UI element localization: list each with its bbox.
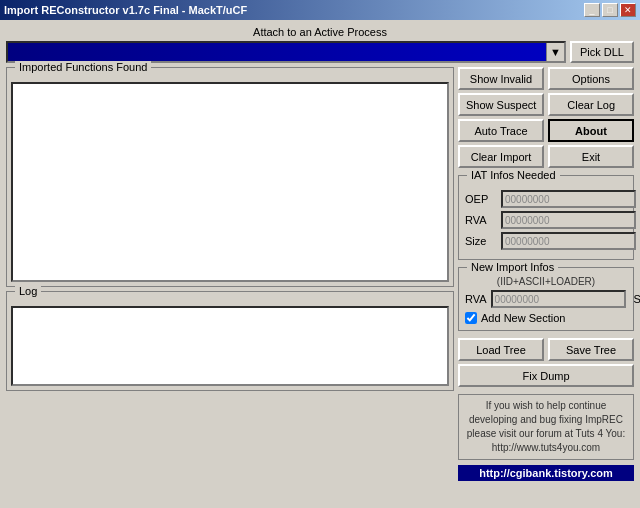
new-import-rva-row: RVA Size [465, 290, 627, 308]
show-invalid-button[interactable]: Show Invalid [458, 67, 544, 90]
info-url: http://www.tuts4you.com [492, 442, 600, 453]
load-tree-button[interactable]: Load Tree [458, 338, 544, 361]
imported-functions-group: Imported Functions Found [6, 67, 454, 287]
new-import-size-label: Size [634, 293, 640, 305]
title-bar-buttons: _ □ ✕ [584, 3, 636, 17]
fix-dump-button[interactable]: Fix Dump [458, 364, 634, 387]
attach-row: ▼ Pick DLL [6, 41, 634, 63]
process-combo[interactable]: ▼ [6, 41, 566, 63]
iat-content: OEP RVA Size AutoSearch [465, 190, 627, 253]
main-window: Attach to an Active Process ▼ Pick DLL I… [0, 20, 640, 487]
add-new-section-row: Add New Section [465, 312, 627, 324]
oep-label: OEP [465, 193, 497, 205]
info-text: If you wish to help continue developing … [467, 400, 625, 439]
close-button[interactable]: ✕ [620, 3, 636, 17]
minimize-button[interactable]: _ [584, 3, 600, 17]
new-import-rva-label: RVA [465, 293, 487, 305]
new-import-rva-input[interactable] [491, 290, 626, 308]
left-panel: Imported Functions Found Log [6, 67, 454, 481]
content-area: Imported Functions Found Log Show Invali… [6, 67, 634, 481]
button-row-3: Auto Trace About [458, 119, 634, 142]
iat-fields: OEP RVA Size [465, 190, 636, 253]
save-tree-button[interactable]: Save Tree [548, 338, 634, 361]
bottom-buttons: Load Tree Save Tree Fix Dump [458, 338, 634, 387]
size-label: Size [465, 235, 497, 247]
size-input[interactable] [501, 232, 636, 250]
iat-group: IAT Infos Needed OEP RVA Size [458, 175, 634, 260]
right-panel: Show Invalid Options Show Suspect Clear … [458, 67, 634, 481]
iat-label: IAT Infos Needed [467, 169, 560, 181]
log-group: Log [6, 291, 454, 391]
add-new-section-label: Add New Section [481, 312, 565, 324]
size-row: Size [465, 232, 636, 250]
oep-row: OEP [465, 190, 636, 208]
new-import-label: New Import Infos [467, 261, 558, 273]
rva-row: RVA [465, 211, 636, 229]
clear-import-button[interactable]: Clear Import [458, 145, 544, 168]
tree-buttons-row: Load Tree Save Tree [458, 338, 634, 361]
attach-label: Attach to an Active Process [253, 26, 387, 38]
auto-trace-button[interactable]: Auto Trace [458, 119, 544, 142]
title-bar: Import REConstructor v1.7c Final - MackT… [0, 0, 640, 20]
button-row-4: Clear Import Exit [458, 145, 634, 168]
imported-functions-label: Imported Functions Found [15, 61, 151, 73]
button-row-1: Show Invalid Options [458, 67, 634, 90]
log-label: Log [15, 285, 41, 297]
oep-input[interactable] [501, 190, 636, 208]
about-button[interactable]: About [548, 119, 634, 142]
rva-input[interactable] [501, 211, 636, 229]
new-import-sublabel: (IID+ASCII+LOADER) [459, 276, 633, 287]
log-list[interactable] [11, 306, 449, 386]
combo-fill [8, 43, 546, 61]
title-bar-text: Import REConstructor v1.7c Final - MackT… [4, 4, 247, 16]
pick-dll-button[interactable]: Pick DLL [570, 41, 634, 63]
rva-label: RVA [465, 214, 497, 226]
combo-dropdown-arrow[interactable]: ▼ [546, 43, 564, 61]
attach-section: Attach to an Active Process ▼ Pick DLL [6, 26, 634, 63]
imported-functions-list[interactable] [11, 82, 449, 282]
info-box: If you wish to help continue developing … [458, 394, 634, 460]
exit-button[interactable]: Exit [548, 145, 634, 168]
button-row-2: Show Suspect Clear Log [458, 93, 634, 116]
options-button[interactable]: Options [548, 67, 634, 90]
show-suspect-button[interactable]: Show Suspect [458, 93, 544, 116]
maximize-button[interactable]: □ [602, 3, 618, 17]
footer-url: http://cgibank.tistory.com [458, 465, 634, 481]
clear-log-button[interactable]: Clear Log [548, 93, 634, 116]
add-new-section-checkbox[interactable] [465, 312, 477, 324]
new-import-group: New Import Infos (IID+ASCII+LOADER) RVA … [458, 267, 634, 331]
